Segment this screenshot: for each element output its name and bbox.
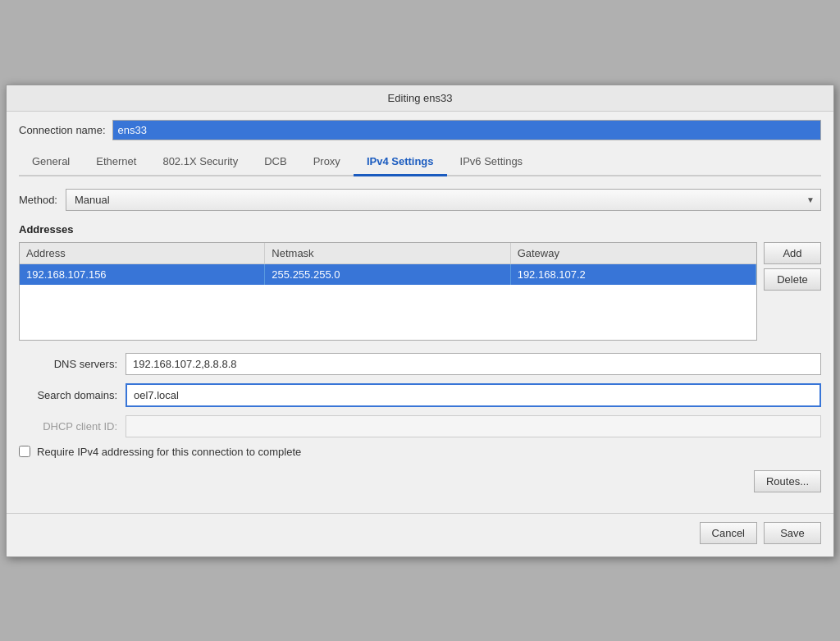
tab-security[interactable]: 802.1X Security <box>149 149 251 176</box>
dns-servers-label: DNS servers: <box>19 358 117 370</box>
routes-row: Routes... <box>19 470 821 492</box>
method-row: Method: Manual <box>19 189 821 211</box>
method-label: Method: <box>19 194 57 206</box>
routes-button[interactable]: Routes... <box>754 470 821 492</box>
col-gateway: Gateway <box>511 243 756 263</box>
tabs-bar: General Ethernet 802.1X Security DCB Pro… <box>19 149 821 176</box>
addresses-section-label: Addresses <box>19 223 821 236</box>
col-netmask: Netmask <box>265 243 510 263</box>
tab-ipv4[interactable]: IPv4 Settings <box>354 149 447 176</box>
require-ipv4-label: Require IPv4 addressing for this connect… <box>37 446 301 458</box>
tab-dcb[interactable]: DCB <box>251 149 299 176</box>
add-button[interactable]: Add <box>764 242 821 264</box>
tab-ethernet[interactable]: Ethernet <box>83 149 149 176</box>
cell-netmask: 255.255.255.0 <box>265 264 510 285</box>
tab-proxy[interactable]: Proxy <box>300 149 354 176</box>
bottom-buttons: Cancel Save <box>7 513 833 556</box>
col-address: Address <box>20 243 265 263</box>
window-title: Editing ens33 <box>388 92 453 104</box>
method-select[interactable]: Manual <box>66 189 821 211</box>
method-select-wrapper: Manual <box>66 189 821 211</box>
addresses-section: Addresses Address Netmask Gateway 192.16… <box>19 223 821 341</box>
main-window: Editing ens33 Connection name: General E… <box>6 85 834 557</box>
dhcp-client-id-input[interactable] <box>126 415 821 437</box>
addresses-table-container: Address Netmask Gateway 192.168.107.156 … <box>19 242 821 341</box>
search-domains-input[interactable] <box>126 383 821 407</box>
connection-name-row: Connection name: <box>19 120 821 140</box>
search-domains-label: Search domains: <box>19 389 117 401</box>
search-domains-row: Search domains: <box>19 383 821 407</box>
save-button[interactable]: Save <box>764 522 821 544</box>
tab-ipv6[interactable]: IPv6 Settings <box>447 149 536 176</box>
dns-servers-row: DNS servers: <box>19 353 821 375</box>
table-header: Address Netmask Gateway <box>20 243 756 264</box>
addresses-table: Address Netmask Gateway 192.168.107.156 … <box>19 242 757 341</box>
tab-general[interactable]: General <box>19 149 83 176</box>
table-row[interactable]: 192.168.107.156 255.255.255.0 192.168.10… <box>20 264 756 285</box>
content-area: Connection name: General Ethernet 802.1X… <box>7 112 833 513</box>
connection-name-input[interactable] <box>112 120 821 140</box>
title-bar: Editing ens33 <box>7 85 833 112</box>
require-ipv4-row: Require IPv4 addressing for this connect… <box>19 446 821 458</box>
cancel-button[interactable]: Cancel <box>700 522 757 544</box>
table-empty-area <box>20 285 756 334</box>
dhcp-client-id-row: DHCP client ID: <box>19 415 821 437</box>
table-buttons: Add Delete <box>764 242 821 291</box>
connection-name-label: Connection name: <box>19 124 106 136</box>
cell-address: 192.168.107.156 <box>20 264 265 285</box>
cell-gateway: 192.168.107.2 <box>511 264 756 285</box>
require-ipv4-checkbox[interactable] <box>19 446 30 457</box>
dhcp-client-id-label: DHCP client ID: <box>19 420 117 433</box>
delete-button[interactable]: Delete <box>764 268 821 291</box>
dns-servers-input[interactable] <box>126 353 821 375</box>
